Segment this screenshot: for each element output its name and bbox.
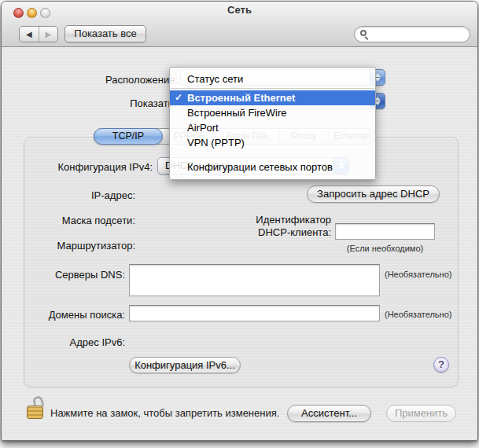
menu-item-vpn-pptp[interactable]: VPN (PPTP) [170,135,375,150]
location-label: Расположение: [68,74,178,86]
lock-body-icon [27,406,43,419]
dns-servers-input[interactable] [129,264,380,296]
back-button[interactable]: ◀ [20,27,39,42]
help-button[interactable]: ? [433,357,449,373]
search-input[interactable] [372,28,468,42]
ipv4-config-label: Конфигурация IPv4: [27,161,153,173]
dhcp-client-id-hint: (Если необходимо) [335,244,435,253]
menu-item-network-port-configurations[interactable]: Конфигурации сетевых портов [170,160,375,174]
apply-button[interactable]: Применить [386,405,456,422]
menu-separator [171,88,374,89]
window-chrome: Сеть ◀ ▶ Показать все [2,2,477,47]
dhcp-client-id-label-line1: Идентификатор [237,214,331,226]
router-label: Маршрутизатор: [25,240,135,252]
search-field[interactable] [354,26,470,42]
dns-servers-label: Серверы DNS: [23,269,125,281]
window-title: Сеть [2,2,477,19]
ipv6-address-label: Адрес IPv6: [23,336,125,348]
assistant-button[interactable]: Ассистент... [287,405,371,422]
search-domains-hint: (Необязательно) [385,310,451,319]
tab-tcpip[interactable]: TCP/IP [94,128,163,145]
ipv6-config-button[interactable]: Конфигурация IPv6... [129,357,241,373]
menu-item-builtin-ethernet[interactable]: ✓ Встроенный Ethernet [170,90,375,105]
checkmark-icon: ✓ [175,90,182,105]
menu-item-airport[interactable]: AirPort [170,120,375,135]
forward-icon: ▶ [45,30,51,39]
subnet-mask-label: Маска подсети: [25,215,135,226]
search-domains-input[interactable] [129,305,380,321]
nav-button-group: ◀ ▶ [19,26,58,42]
dhcp-client-id-label-line2: DHCP-клиента: [237,226,331,238]
menu-item-network-status[interactable]: Статус сети [170,72,375,86]
lock-icon[interactable] [25,396,47,424]
lock-instruction-text: Нажмите на замок, чтобы запретить измене… [50,407,279,419]
title-bar[interactable]: Сеть [2,2,477,19]
back-icon: ◀ [26,30,32,39]
show-all-button[interactable]: Показать все [64,25,146,42]
search-domains-label: Домены поиска: [23,309,125,321]
request-dhcp-button[interactable]: Запросить адрес DHCP [307,185,440,203]
menu-separator [170,150,375,160]
search-icon [360,30,367,36]
show-label: Показать: [68,97,176,109]
ip-address-label: IP-адрес: [25,189,135,201]
dhcp-client-id-input[interactable] [335,223,435,240]
show-popup-menu: Статус сети ✓ Встроенный Ethernet Встрое… [169,67,376,180]
menu-item-builtin-firewire[interactable]: Встроенный FireWire [170,105,375,120]
dns-servers-hint: (Необязательно) [385,270,451,279]
forward-button[interactable]: ▶ [39,27,58,42]
network-preferences-window: Сеть ◀ ▶ Показать все Расположение: Пока… [1,1,478,441]
